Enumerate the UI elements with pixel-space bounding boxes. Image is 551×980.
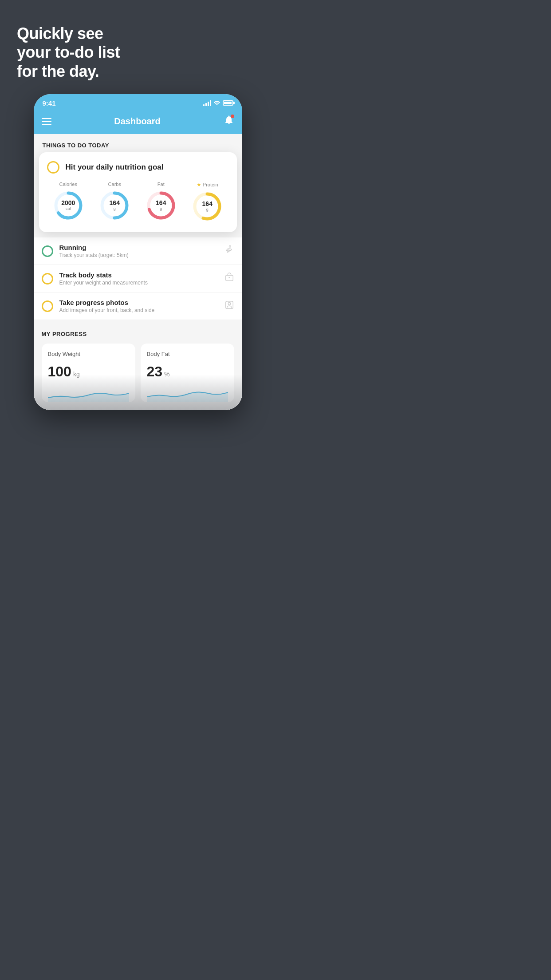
running-icon	[224, 245, 234, 257]
phone-frame: 9:41 Dashboard	[34, 94, 242, 410]
body-fat-unit: %	[164, 371, 169, 378]
page-wrapper: Quickly see your to-do list for the day.…	[0, 0, 276, 490]
progress-cards: Body Weight 100 kg Body Fat	[42, 344, 234, 402]
body-stats-sub: Enter your weight and measurements	[59, 280, 218, 286]
nutrition-checkbox[interactable]	[47, 161, 59, 174]
protein-star-icon: ★	[197, 182, 201, 188]
body-weight-title: Body Weight	[48, 351, 129, 357]
progress-photos-sub: Add images of your front, back, and side	[59, 307, 218, 313]
body-fat-card: Body Fat 23 %	[141, 344, 234, 402]
body-weight-chart	[48, 384, 129, 402]
body-stats-text: Track body stats Enter your weight and m…	[59, 271, 218, 286]
todo-body-stats[interactable]: Track body stats Enter your weight and m…	[34, 265, 242, 292]
person-icon	[224, 300, 234, 312]
signal-icon	[203, 100, 211, 106]
body-weight-num: 100	[48, 364, 71, 380]
progress-title: MY PROGRESS	[42, 331, 234, 337]
body-fat-num: 23	[147, 364, 163, 380]
headline-line3: for the day.	[17, 62, 99, 80]
fat-donut: 164 g	[145, 190, 177, 221]
running-text: Running Track your stats (target: 5km)	[59, 244, 218, 258]
battery-icon	[223, 100, 233, 106]
todo-list: Running Track your stats (target: 5km)	[34, 237, 242, 320]
nutrition-card: Hit your daily nutrition goal Calories	[39, 152, 237, 232]
carbs-label: Carbs	[108, 182, 121, 187]
status-time: 9:41	[43, 99, 56, 107]
headline-line1: Quickly see	[17, 24, 103, 43]
running-name: Running	[59, 244, 218, 251]
headline-line2: your to-do list	[17, 43, 120, 61]
things-section-header: THINGS TO DO TODAY	[34, 134, 242, 154]
nutrition-stats: Calories 2000 cal	[47, 182, 229, 222]
body-stats-checkbox[interactable]	[42, 273, 53, 285]
progress-section: MY PROGRESS Body Weight 100 kg	[34, 320, 242, 410]
calories-donut: 2000 cal	[52, 190, 84, 221]
running-checkbox[interactable]	[42, 245, 53, 257]
todo-progress-photos[interactable]: Take progress photos Add images of your …	[34, 292, 242, 320]
notification-badge	[231, 115, 234, 118]
notifications-button[interactable]	[224, 115, 234, 128]
protein-value: 164 g	[202, 201, 213, 212]
body-weight-card: Body Weight 100 kg	[42, 344, 135, 402]
carbs-value: 164 g	[110, 200, 120, 211]
calories-label: Calories	[59, 182, 77, 187]
body-weight-value: 100 kg	[48, 364, 129, 380]
fat-stat: Fat 164 g	[145, 182, 177, 222]
nav-bar: Dashboard	[34, 110, 242, 134]
protein-stat: ★ Protein 164 g	[191, 182, 223, 222]
svg-point-10	[228, 303, 231, 305]
body-fat-value: 23 %	[147, 364, 228, 380]
content-area: THINGS TO DO TODAY Hit your daily nutrit…	[34, 134, 242, 410]
fat-label: Fat	[157, 182, 165, 187]
progress-photos-checkbox[interactable]	[42, 300, 53, 312]
progress-photos-name: Take progress photos	[59, 299, 218, 306]
protein-donut: 164 g	[191, 190, 223, 222]
wifi-icon	[213, 100, 220, 107]
nav-title: Dashboard	[114, 116, 160, 126]
nutrition-title: Hit your daily nutrition goal	[66, 163, 164, 172]
running-sub: Track your stats (target: 5km)	[59, 252, 218, 258]
body-stats-name: Track body stats	[59, 271, 218, 279]
status-icons	[203, 100, 233, 107]
body-fat-title: Body Fat	[147, 351, 228, 357]
carbs-stat: Carbs 164 g	[98, 182, 130, 222]
body-fat-chart	[147, 384, 228, 402]
protein-label: ★ Protein	[197, 182, 218, 188]
things-title: THINGS TO DO TODAY	[43, 142, 233, 149]
calories-stat: Calories 2000 cal	[52, 182, 84, 222]
carbs-donut: 164 g	[98, 190, 130, 221]
calories-value: 2000 cal	[61, 200, 75, 211]
progress-photos-text: Take progress photos Add images of your …	[59, 299, 218, 313]
nutrition-header: Hit your daily nutrition goal	[47, 161, 229, 174]
status-bar: 9:41	[34, 94, 242, 110]
todo-running[interactable]: Running Track your stats (target: 5km)	[34, 237, 242, 265]
body-weight-unit: kg	[73, 371, 80, 378]
fat-value: 164 g	[156, 200, 166, 211]
scale-icon	[224, 273, 234, 285]
menu-button[interactable]	[42, 118, 51, 125]
headline: Quickly see your to-do list for the day.	[0, 0, 276, 94]
